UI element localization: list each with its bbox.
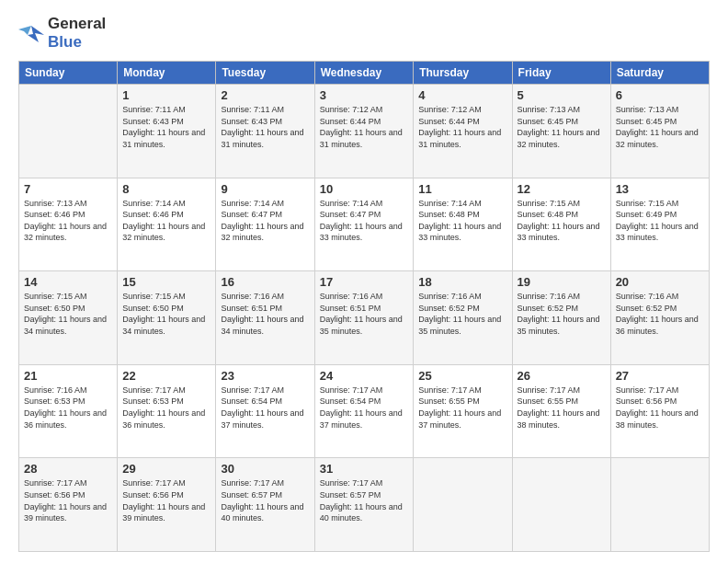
day-cell: 16Sunrise: 7:16 AMSunset: 6:51 PMDayligh… bbox=[216, 271, 314, 365]
day-info: Sunrise: 7:17 AMSunset: 6:56 PMDaylight:… bbox=[616, 385, 704, 431]
day-number: 11 bbox=[418, 182, 506, 196]
day-cell: 27Sunrise: 7:17 AMSunset: 6:56 PMDayligh… bbox=[610, 364, 709, 458]
day-cell: 10Sunrise: 7:14 AMSunset: 6:47 PMDayligh… bbox=[314, 178, 414, 271]
day-cell: 18Sunrise: 7:16 AMSunset: 6:52 PMDayligh… bbox=[414, 271, 512, 365]
day-cell bbox=[512, 458, 610, 552]
day-info: Sunrise: 7:13 AMSunset: 6:45 PMDaylight:… bbox=[518, 104, 606, 150]
day-number: 6 bbox=[616, 88, 704, 102]
day-cell: 4Sunrise: 7:12 AMSunset: 6:44 PMDaylight… bbox=[414, 85, 512, 178]
logo-text: General Blue bbox=[48, 15, 106, 52]
day-number: 9 bbox=[221, 182, 309, 196]
day-info: Sunrise: 7:17 AMSunset: 6:57 PMDaylight:… bbox=[221, 477, 309, 523]
day-cell: 6Sunrise: 7:13 AMSunset: 6:45 PMDaylight… bbox=[610, 85, 709, 178]
day-number: 26 bbox=[518, 369, 606, 383]
day-number: 14 bbox=[24, 275, 112, 289]
day-info: Sunrise: 7:14 AMSunset: 6:47 PMDaylight:… bbox=[221, 198, 309, 244]
calendar-table: SundayMondayTuesdayWednesdayThursdayFrid… bbox=[18, 61, 710, 552]
day-cell: 11Sunrise: 7:14 AMSunset: 6:48 PMDayligh… bbox=[414, 178, 512, 271]
day-number: 23 bbox=[221, 369, 309, 383]
day-info: Sunrise: 7:16 AMSunset: 6:52 PMDaylight:… bbox=[418, 291, 506, 337]
day-cell: 2Sunrise: 7:11 AMSunset: 6:43 PMDaylight… bbox=[216, 85, 314, 178]
day-number: 29 bbox=[122, 462, 210, 476]
day-cell: 24Sunrise: 7:17 AMSunset: 6:54 PMDayligh… bbox=[314, 364, 414, 458]
day-info: Sunrise: 7:15 AMSunset: 6:50 PMDaylight:… bbox=[122, 291, 210, 337]
day-number: 18 bbox=[418, 275, 506, 289]
day-info: Sunrise: 7:17 AMSunset: 6:54 PMDaylight:… bbox=[221, 385, 309, 431]
day-number: 1 bbox=[122, 88, 210, 102]
day-info: Sunrise: 7:17 AMSunset: 6:56 PMDaylight:… bbox=[24, 477, 112, 523]
day-info: Sunrise: 7:11 AMSunset: 6:43 PMDaylight:… bbox=[122, 104, 210, 150]
day-info: Sunrise: 7:15 AMSunset: 6:48 PMDaylight:… bbox=[518, 198, 606, 244]
day-header-wednesday: Wednesday bbox=[314, 62, 414, 85]
day-number: 31 bbox=[320, 462, 409, 476]
svg-marker-1 bbox=[18, 26, 31, 35]
day-number: 28 bbox=[24, 462, 112, 476]
day-number: 25 bbox=[418, 369, 506, 383]
day-header-monday: Monday bbox=[118, 62, 216, 85]
day-cell: 1Sunrise: 7:11 AMSunset: 6:43 PMDaylight… bbox=[118, 85, 216, 178]
day-number: 30 bbox=[221, 462, 309, 476]
day-cell: 3Sunrise: 7:12 AMSunset: 6:44 PMDaylight… bbox=[314, 85, 414, 178]
day-cell: 9Sunrise: 7:14 AMSunset: 6:47 PMDaylight… bbox=[216, 178, 314, 271]
day-number: 19 bbox=[518, 275, 606, 289]
header: General Blue bbox=[18, 15, 710, 52]
day-number: 16 bbox=[221, 275, 309, 289]
day-number: 12 bbox=[518, 182, 606, 196]
day-info: Sunrise: 7:14 AMSunset: 6:48 PMDaylight:… bbox=[418, 198, 506, 244]
day-info: Sunrise: 7:17 AMSunset: 6:56 PMDaylight:… bbox=[122, 477, 210, 523]
day-number: 5 bbox=[518, 88, 606, 102]
day-cell: 30Sunrise: 7:17 AMSunset: 6:57 PMDayligh… bbox=[216, 458, 314, 552]
day-cell: 22Sunrise: 7:17 AMSunset: 6:53 PMDayligh… bbox=[118, 364, 216, 458]
day-info: Sunrise: 7:15 AMSunset: 6:49 PMDaylight:… bbox=[616, 198, 704, 244]
day-cell: 8Sunrise: 7:14 AMSunset: 6:46 PMDaylight… bbox=[118, 178, 216, 271]
day-number: 21 bbox=[24, 369, 112, 383]
day-header-friday: Friday bbox=[512, 62, 610, 85]
week-row-2: 7Sunrise: 7:13 AMSunset: 6:46 PMDaylight… bbox=[19, 178, 710, 271]
day-cell: 12Sunrise: 7:15 AMSunset: 6:48 PMDayligh… bbox=[512, 178, 610, 271]
day-info: Sunrise: 7:17 AMSunset: 6:55 PMDaylight:… bbox=[518, 385, 606, 431]
day-cell: 31Sunrise: 7:17 AMSunset: 6:57 PMDayligh… bbox=[314, 458, 414, 552]
day-info: Sunrise: 7:14 AMSunset: 6:47 PMDaylight:… bbox=[320, 198, 409, 244]
header-row: SundayMondayTuesdayWednesdayThursdayFrid… bbox=[19, 62, 710, 85]
day-cell bbox=[610, 458, 709, 552]
day-number: 20 bbox=[616, 275, 704, 289]
day-cell: 26Sunrise: 7:17 AMSunset: 6:55 PMDayligh… bbox=[512, 364, 610, 458]
day-info: Sunrise: 7:14 AMSunset: 6:46 PMDaylight:… bbox=[122, 198, 210, 244]
day-number: 17 bbox=[320, 275, 409, 289]
week-row-1: 1Sunrise: 7:11 AMSunset: 6:43 PMDaylight… bbox=[19, 85, 710, 178]
day-cell: 14Sunrise: 7:15 AMSunset: 6:50 PMDayligh… bbox=[19, 271, 118, 365]
day-cell: 20Sunrise: 7:16 AMSunset: 6:52 PMDayligh… bbox=[610, 271, 709, 365]
day-info: Sunrise: 7:16 AMSunset: 6:51 PMDaylight:… bbox=[320, 291, 409, 337]
day-info: Sunrise: 7:11 AMSunset: 6:43 PMDaylight:… bbox=[221, 104, 309, 150]
day-number: 4 bbox=[418, 88, 506, 102]
day-info: Sunrise: 7:12 AMSunset: 6:44 PMDaylight:… bbox=[418, 104, 506, 150]
day-number: 13 bbox=[616, 182, 704, 196]
week-row-5: 28Sunrise: 7:17 AMSunset: 6:56 PMDayligh… bbox=[19, 458, 710, 552]
day-info: Sunrise: 7:13 AMSunset: 6:45 PMDaylight:… bbox=[616, 104, 704, 150]
calendar-page: General Blue SundayMondayTuesdayWednesda… bbox=[0, 0, 728, 563]
logo: General Blue bbox=[18, 15, 106, 52]
day-info: Sunrise: 7:17 AMSunset: 6:57 PMDaylight:… bbox=[320, 477, 409, 523]
day-header-tuesday: Tuesday bbox=[216, 62, 314, 85]
day-header-saturday: Saturday bbox=[610, 62, 709, 85]
day-cell: 5Sunrise: 7:13 AMSunset: 6:45 PMDaylight… bbox=[512, 85, 610, 178]
day-info: Sunrise: 7:16 AMSunset: 6:53 PMDaylight:… bbox=[24, 385, 112, 431]
day-cell: 23Sunrise: 7:17 AMSunset: 6:54 PMDayligh… bbox=[216, 364, 314, 458]
day-number: 22 bbox=[122, 369, 210, 383]
day-cell: 19Sunrise: 7:16 AMSunset: 6:52 PMDayligh… bbox=[512, 271, 610, 365]
day-number: 7 bbox=[24, 182, 112, 196]
day-number: 24 bbox=[320, 369, 409, 383]
day-cell: 7Sunrise: 7:13 AMSunset: 6:46 PMDaylight… bbox=[19, 178, 118, 271]
day-number: 2 bbox=[221, 88, 309, 102]
day-info: Sunrise: 7:12 AMSunset: 6:44 PMDaylight:… bbox=[320, 104, 409, 150]
day-info: Sunrise: 7:17 AMSunset: 6:53 PMDaylight:… bbox=[122, 385, 210, 431]
week-row-4: 21Sunrise: 7:16 AMSunset: 6:53 PMDayligh… bbox=[19, 364, 710, 458]
day-cell: 28Sunrise: 7:17 AMSunset: 6:56 PMDayligh… bbox=[19, 458, 118, 552]
day-cell: 29Sunrise: 7:17 AMSunset: 6:56 PMDayligh… bbox=[118, 458, 216, 552]
day-info: Sunrise: 7:15 AMSunset: 6:50 PMDaylight:… bbox=[24, 291, 112, 337]
day-info: Sunrise: 7:16 AMSunset: 6:51 PMDaylight:… bbox=[221, 291, 309, 337]
day-cell: 21Sunrise: 7:16 AMSunset: 6:53 PMDayligh… bbox=[19, 364, 118, 458]
day-info: Sunrise: 7:16 AMSunset: 6:52 PMDaylight:… bbox=[616, 291, 704, 337]
day-cell: 25Sunrise: 7:17 AMSunset: 6:55 PMDayligh… bbox=[414, 364, 512, 458]
day-number: 8 bbox=[122, 182, 210, 196]
